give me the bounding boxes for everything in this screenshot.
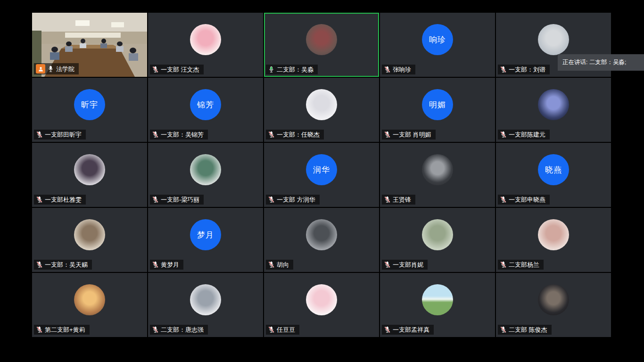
avatar-woman-green-dress [190,154,221,185]
participant-tile[interactable]: 二支部：唐志强 [148,273,263,337]
participant-name: 一支部肖妮 [393,261,423,269]
name-badge: 一支部 汪文杰 [150,65,204,74]
name-badge: 一支部孟祥真 [382,325,434,335]
participant-name: 法学院 [56,65,74,73]
avatar-initials: 响珍 [429,34,446,45]
avatar-initials: 润华 [313,165,330,175]
speaking-toast: 正在讲话: 二支部：吴淼; [558,54,644,71]
participant-tile[interactable]: 王贤锋 [380,143,495,207]
avatar: 梦月 [190,219,221,250]
avatar-dark-mech-figure [422,154,453,185]
mic-muted-icon [152,196,159,203]
name-badge: 一支部：刘谱 [498,65,550,74]
speaking-toast-text: 正在讲话: 二支部：吴淼; [562,58,626,66]
participant-tile[interactable]: 响珍 张响珍 [380,13,495,77]
avatar-child-by-water [538,24,569,55]
name-badge: 一支部 肖明媚 [382,130,436,140]
mic-muted-icon [384,131,391,138]
name-badge: 法学院 [34,63,79,74]
participant-tile[interactable]: 二支部：吴淼 [264,13,379,77]
avatar-initials: 锦芳 [197,99,214,110]
name-badge: 二支部 陈俊杰 [498,325,552,335]
participant-name: 一支部杜雅雯 [45,196,82,204]
name-badge: 二支部杨兰 [498,260,544,270]
mic-on-icon [47,66,54,73]
name-badge: 一支部陈建元 [498,130,550,140]
avatar-landscape-field-sky [422,284,453,315]
avatar-initials: 梦月 [197,230,214,240]
name-badge: 黄梦月 [150,260,183,270]
avatar-cartoon-pink-elephant [306,284,337,315]
participant-tile[interactable]: 一支部肖妮 [380,208,495,272]
avatar: 响珍 [422,24,453,55]
participant-name: 一支部-梁巧丽 [161,196,199,204]
mic-muted-icon [36,261,43,268]
avatar-initials: 昕宇 [81,99,98,110]
participant-tile[interactable]: 二支部 陈俊杰 [496,273,611,337]
participant-tile[interactable]: 昕宇 一支部田昕宇 [32,78,147,142]
participant-tile[interactable]: 锦芳 一支部：吴锦芳 [148,78,263,142]
avatar: 润华 [306,154,337,185]
avatar-blue-planet [538,89,569,120]
participant-tile[interactable]: 任豆豆 [264,273,379,337]
mic-muted-icon [500,261,507,268]
name-badge: 第二支部+黄莉 [34,325,90,335]
participant-tile[interactable]: 一支部：任晓杰 [264,78,379,142]
mic-muted-icon [152,261,159,268]
avatar-initials: 明媚 [429,99,446,110]
mic-muted-icon [268,196,275,203]
participant-tile[interactable]: 一支部陈建元 [496,78,611,142]
name-badge: 胡向 [266,260,293,270]
mic-muted-icon [500,66,507,73]
participant-name: 一支部申晓燕 [509,196,545,204]
name-badge: 一支部：吴天赐 [34,260,92,270]
participant-tile[interactable]: 梦月 黄梦月 [148,208,263,272]
avatar-cartoon-pig [190,24,221,55]
avatar-sunset-silhouette [74,284,105,315]
mic-muted-icon [384,261,391,268]
mic-speaking-icon [268,66,275,73]
participant-name: 一支部：吴天赐 [45,261,88,269]
participant-tile[interactable]: 胡向 [264,208,379,272]
participant-tile[interactable]: 一支部：吴天赐 [32,208,147,272]
mic-muted-icon [500,326,507,333]
mic-muted-icon [500,131,507,138]
name-badge: 一支部肖妮 [382,260,428,270]
name-badge: 任豆豆 [266,325,299,335]
participant-tile[interactable]: 第二支部+黄莉 [32,273,147,337]
avatar-man-by-window [306,219,337,250]
participant-tile[interactable]: 法学院 [32,13,147,77]
participant-tile[interactable]: 晓燕 一支部申晓燕 [496,143,611,207]
name-badge: 二支部：吴淼 [266,65,318,74]
avatar: 锦芳 [190,89,221,120]
avatar-dark-portrait-glasses [538,284,569,315]
participant-name: 二支部 陈俊杰 [509,326,547,334]
participant-name: 一支部 肖明媚 [393,131,431,139]
participant-tile[interactable]: 一支部孟祥真 [380,273,495,337]
participant-name: 王贤锋 [393,196,411,204]
participant-name: 二支部：吴淼 [277,66,314,74]
participant-tile[interactable]: 一支部-梁巧丽 [148,143,263,207]
name-badge: 二支部：唐志强 [150,325,208,335]
name-badge: 一支部申晓燕 [498,195,550,205]
name-badge: 一支部杜雅雯 [34,195,86,205]
mic-muted-icon [152,326,159,333]
participant-name: 一支部：吴锦芳 [161,131,204,139]
participant-tile[interactable]: 一支部杜雅雯 [32,143,147,207]
participant-name: 一支部田昕宇 [45,131,82,139]
name-badge: 一支部田昕宇 [34,130,86,140]
presenter-icon [36,64,45,74]
participant-tile[interactable]: 一支部 汪文杰 [148,13,263,77]
participant-name: 第二支部+黄莉 [45,326,85,334]
mic-muted-icon [268,326,275,333]
avatar-cartoon-rabbit-skateboard [306,89,337,120]
avatar-child-light-pink [538,219,569,250]
name-badge: 一支部-梁巧丽 [150,195,204,205]
participant-tile[interactable]: 润华 一支部 方润华 [264,143,379,207]
participant-tile[interactable]: 二支部杨兰 [496,208,611,272]
mic-muted-icon [36,131,43,138]
mic-muted-icon [36,196,43,203]
avatar: 昕宇 [74,89,105,120]
participant-tile[interactable]: 明媚 一支部 肖明媚 [380,78,495,142]
mic-muted-icon [384,196,391,203]
